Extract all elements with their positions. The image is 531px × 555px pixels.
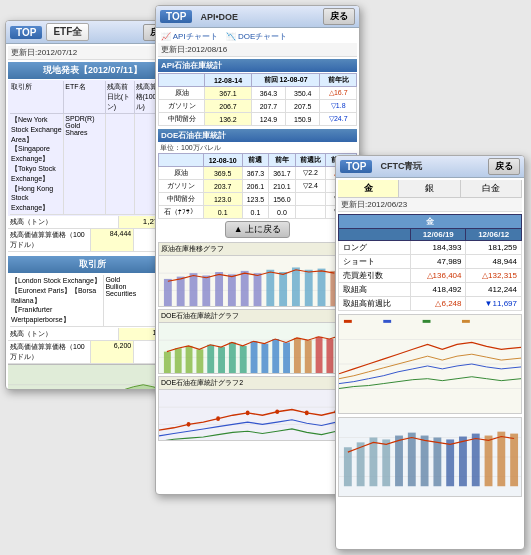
doe-note: 単位：100万バレル	[158, 143, 357, 153]
svg-rect-35	[261, 344, 268, 374]
svg-rect-33	[240, 346, 247, 374]
svg-point-49	[246, 411, 250, 416]
td-doe-dd1	[295, 193, 326, 206]
svg-rect-58	[383, 320, 391, 323]
svg-rect-17	[279, 272, 287, 307]
svg-rect-36	[272, 339, 279, 374]
td-doe-crude: 原油	[159, 167, 204, 180]
td-doe-c3: 361.7	[269, 167, 296, 180]
chart3-title: DOE石油在庫統計グラフ2	[159, 377, 356, 390]
td-doe-c1: 369.5	[203, 167, 242, 180]
card1-section2-title: 取引所	[8, 256, 177, 273]
td-oi-label: 取組高	[339, 283, 411, 297]
row-label-kachi2: 残高価値算算価格（100万ドル）	[8, 341, 91, 363]
td-crude-v2: 364.3	[251, 87, 285, 100]
tab-platinum[interactable]: 白金	[461, 180, 522, 197]
td-gas-v1: 206.7	[205, 100, 251, 113]
svg-rect-20	[318, 269, 326, 307]
col-etf: ETF名	[64, 81, 106, 113]
td-doe-n3: 0.0	[269, 206, 296, 219]
td-doe-n2: 0.1	[242, 206, 269, 219]
td-net-v2: △132,315	[466, 269, 522, 283]
doe-section-title: DOE石油在庫統計	[158, 129, 357, 142]
svg-rect-65	[344, 447, 352, 486]
svg-rect-12	[215, 272, 223, 307]
td-long-v2: 181,259	[466, 241, 522, 255]
api-doe-label: API•DOE	[196, 11, 242, 23]
top-button-card1[interactable]: TOP	[10, 26, 42, 39]
card2-update-date: 更新日:2012/08/16	[158, 43, 357, 57]
td-doe-dist: 中間留分	[159, 193, 204, 206]
etf-spdr: SPDR(R)GoldShares	[64, 114, 106, 214]
td-doe-d3: 156.0	[269, 193, 296, 206]
svg-rect-38	[294, 338, 301, 374]
svg-rect-72	[433, 438, 441, 487]
td-dist-v2: 124.9	[251, 113, 285, 126]
th-doe-empty	[159, 154, 204, 167]
svg-point-51	[305, 411, 309, 416]
row-label-zanko: 残高（トン）	[8, 216, 119, 228]
svg-rect-41	[326, 339, 333, 374]
tab-silver[interactable]: 銀	[399, 180, 460, 197]
td-doe-g3: 210.1	[269, 180, 296, 193]
svg-rect-69	[395, 436, 403, 487]
svg-rect-71	[421, 436, 429, 487]
chart-links[interactable]: 📈 APIチャート 📉 DOEチャート	[158, 30, 357, 43]
svg-rect-40	[316, 337, 323, 374]
tab-gold[interactable]: 金	[338, 180, 399, 197]
cftc-label: CFTC青玩	[376, 159, 426, 174]
back-button-card2[interactable]: 戻る	[323, 8, 355, 25]
col-val1: 残高前日比(トン)	[106, 81, 135, 113]
svg-rect-59	[423, 320, 431, 323]
back-button-card3[interactable]: 戻る	[488, 158, 520, 175]
td-distillate: 中間留分	[159, 113, 205, 126]
etf-tab[interactable]: ETF全	[46, 23, 89, 41]
td-dist-v1: 136.2	[205, 113, 251, 126]
svg-rect-78	[510, 434, 518, 487]
td-doe-cd1: ▽2.2	[295, 167, 326, 180]
svg-rect-26	[164, 352, 171, 374]
svg-rect-32	[229, 342, 236, 374]
svg-rect-39	[305, 340, 312, 374]
td-oi-v2: 412,244	[466, 283, 522, 297]
top-button-card3[interactable]: TOP	[340, 160, 372, 173]
back-to-top-button[interactable]: ▲ 上に戻る	[225, 221, 290, 238]
td-short-label: ショート	[339, 255, 411, 269]
td-crude-v3: 350.4	[286, 87, 320, 100]
exchange-nyse: 【New York Stock Exchange Area】【Singapore…	[10, 114, 64, 214]
td-long-v1: 184,393	[411, 241, 466, 255]
exchange-london: 【London Stock Exchange】【Euronext Paris】【…	[10, 275, 104, 326]
cftc-chart1	[338, 314, 522, 414]
svg-rect-29	[196, 349, 203, 374]
td-short-v1: 47,989	[411, 255, 466, 269]
svg-rect-8	[164, 279, 172, 307]
doe-table: 12-08-10 前週 前年 前週比 前年比 原油 369.5 367.3 36…	[158, 153, 357, 219]
svg-rect-14	[241, 271, 249, 307]
th-doe-year: 前年	[269, 154, 296, 167]
card1-section1-title: 現地発表【2012/07/11】	[8, 62, 177, 79]
td-doe-nd1	[295, 206, 326, 219]
card1-update-date: 更新日:2012/07/12	[8, 46, 177, 60]
td-oi-chg-v2: ▼11,697	[466, 297, 522, 311]
api-section-title: API石油在庫統計	[158, 59, 357, 72]
svg-point-47	[187, 422, 191, 427]
gold-tabs: 金 銀 白金	[338, 180, 522, 198]
th-cftc-date1: 12/06/19	[411, 229, 466, 241]
top-button-card2[interactable]: TOP	[160, 10, 192, 23]
th-doe-prev: 前週	[242, 154, 269, 167]
td-crude-v1: 367.1	[205, 87, 251, 100]
svg-rect-13	[228, 274, 236, 307]
col-exchange: 取引所	[10, 81, 64, 113]
card-etf: TOP ETF全 戻る 更新日:2012/07/12 現地発表【2012/07/…	[5, 20, 180, 390]
td-net-label: 売買差引数	[339, 269, 411, 283]
card3-update-date: 更新日:2012/06/23	[338, 198, 522, 212]
cftc-data-table: 金 12/06/19 12/06/12 ロング 184,393 181,259 …	[338, 214, 522, 311]
td-oi-chg-v1: △6,248	[411, 297, 466, 311]
chart1-api: 原油在庫推移グラフ	[158, 242, 357, 307]
svg-rect-11	[202, 275, 210, 307]
cftc-col-header: 金	[339, 215, 522, 229]
api-table: 12-08-14 前回 12-08-07 前年比 原油 367.1 364.3 …	[158, 73, 357, 126]
svg-rect-66	[357, 442, 365, 486]
svg-rect-67	[369, 438, 377, 487]
td-doe-gas: ガソリン	[159, 180, 204, 193]
